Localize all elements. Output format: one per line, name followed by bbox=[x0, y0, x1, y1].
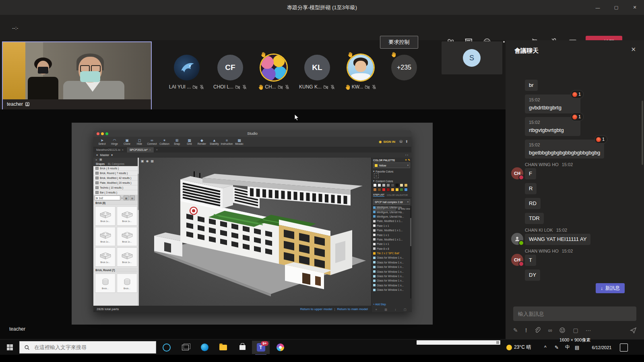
paint-icon[interactable] bbox=[271, 341, 289, 354]
color-swatch[interactable] bbox=[373, 188, 377, 191]
part-thumbnail[interactable]: Brick 1x... bbox=[117, 227, 137, 246]
category-item[interactable]: Brick, Modified ( 42 results ) bbox=[93, 176, 139, 181]
panel-menu-icon[interactable]: ≡ bbox=[95, 158, 97, 161]
sign-in-button[interactable]: ◉SIGN IN bbox=[379, 140, 395, 144]
task-view-button[interactable] bbox=[176, 341, 194, 354]
steps-scrollbar[interactable] bbox=[410, 206, 411, 298]
emoji-icon[interactable] bbox=[559, 327, 566, 333]
color-swatch[interactable] bbox=[400, 188, 403, 191]
color-swatch[interactable] bbox=[395, 183, 399, 187]
tool-clone[interactable]: ▣Clone bbox=[121, 138, 133, 146]
sticker-icon[interactable]: ▢ bbox=[573, 327, 578, 333]
step-part-item[interactable]: Glass for Window 1 x... bbox=[372, 288, 410, 292]
model-select[interactable]: SPCP hall complex 2.ldr ▾ bbox=[373, 199, 410, 205]
tool-snap[interactable]: ⊞Snap bbox=[171, 138, 183, 146]
panel-grid-icon[interactable]: ▦ bbox=[99, 158, 102, 161]
step-part-item[interactable]: Glass for Window 1 x... bbox=[372, 269, 410, 274]
step-part-item[interactable]: Minifigure, Utensil Ha... bbox=[372, 205, 410, 210]
step-part-item[interactable]: Plate 8 x 8 bbox=[372, 247, 410, 251]
tool-hide[interactable]: ◻Hide bbox=[133, 138, 146, 146]
clear-search-icon[interactable]: × bbox=[121, 197, 123, 200]
new-messages-button[interactable]: ↓ 新訊息 bbox=[596, 283, 625, 293]
tab-close-icon[interactable]: × bbox=[122, 148, 124, 151]
color-swatch[interactable] bbox=[386, 188, 390, 191]
step-part-item[interactable]: Plate 1 x 1 bbox=[372, 232, 410, 237]
panel-tab[interactable]: COLOR VALIDATOR bbox=[387, 194, 408, 197]
tool-hinge[interactable]: ◠Hinge bbox=[108, 138, 121, 146]
expand-vertical-icon[interactable]: ↕ bbox=[395, 308, 396, 311]
view-list-button[interactable]: ▤ bbox=[130, 195, 135, 200]
more-icon[interactable]: ⋯ bbox=[586, 327, 591, 333]
color-swatch[interactable] bbox=[382, 188, 386, 191]
part-thumbnail[interactable]: Brick 1x... bbox=[95, 247, 116, 267]
chat-message[interactable]: CHCHAN WING HO15:02F bbox=[511, 162, 636, 179]
window-minimize-button[interactable]: — bbox=[588, 0, 607, 15]
tool-grid[interactable]: ▦Grid bbox=[183, 138, 196, 146]
taskbar-toolbar-strip[interactable] bbox=[417, 340, 500, 345]
step-part-item[interactable]: Minifigure, Utensil Ha... bbox=[372, 210, 410, 214]
language-indicator[interactable]: 中 bbox=[565, 339, 570, 355]
cortana-button[interactable] bbox=[158, 341, 175, 354]
reaction-badge[interactable]: 1 bbox=[571, 113, 584, 121]
part-thumbnail[interactable]: Brick... bbox=[95, 274, 116, 293]
chat-message[interactable]: R bbox=[511, 183, 636, 194]
send-icon[interactable] bbox=[630, 327, 636, 333]
part-thumbnail[interactable]: Brick 1x... bbox=[95, 206, 116, 226]
participant-tile[interactable]: KW... bbox=[339, 55, 382, 90]
tool-render[interactable]: ◆Render bbox=[196, 138, 208, 146]
color-swatch[interactable] bbox=[378, 183, 381, 187]
participant-tile[interactable]: CH... bbox=[252, 55, 295, 90]
step-part-item[interactable]: Glass for Window 1 x... bbox=[372, 255, 410, 260]
chat-message[interactable]: 15:02rtbgvtgbvrtgbtg1 bbox=[511, 117, 636, 136]
status-link[interactable]: Return to main model bbox=[337, 307, 368, 311]
upload-icon[interactable]: ⬆ bbox=[405, 140, 408, 144]
reaction-badge[interactable]: 1 bbox=[594, 135, 607, 144]
priority-icon[interactable]: ! bbox=[525, 327, 527, 333]
category-item[interactable]: Brick ( 8 results ) bbox=[93, 166, 139, 171]
pen-icon[interactable]: ✎ bbox=[555, 339, 559, 355]
chat-scrollbar[interactable] bbox=[642, 101, 643, 165]
color-select[interactable]: Yellow ▾ bbox=[373, 162, 410, 168]
parts-search-input[interactable] bbox=[95, 195, 120, 200]
chat-message[interactable]: 15:02bgetbbgbgbgbgbbgbgbbgbgbg1 bbox=[511, 140, 636, 158]
start-button[interactable] bbox=[0, 339, 19, 355]
step-part-item[interactable]: Plate 1 x 1 bbox=[372, 242, 410, 246]
step-part-item[interactable]: Plate 1 x 1 bbox=[372, 224, 410, 228]
color-swatch[interactable] bbox=[373, 183, 377, 187]
window-close-button[interactable]: ✕ bbox=[625, 0, 644, 15]
category-item[interactable]: Brick, Round ( 7 results ) bbox=[93, 171, 139, 176]
add-step-button[interactable]: + Add Step bbox=[373, 303, 386, 306]
status-link[interactable]: Return to upper model bbox=[300, 307, 332, 311]
chat-message[interactable]: TDR bbox=[511, 213, 636, 224]
color-swatch[interactable] bbox=[404, 188, 408, 191]
tab-close-icon[interactable]: × bbox=[149, 148, 151, 151]
tool-connect[interactable]: ∞Connect bbox=[146, 138, 158, 146]
color-swatch[interactable] bbox=[382, 183, 386, 187]
view-grid-button[interactable]: ▦ bbox=[124, 195, 129, 200]
participant-tile[interactable]: KLKUNG K... bbox=[295, 55, 339, 90]
color-swatch[interactable] bbox=[391, 188, 394, 191]
store-icon[interactable] bbox=[233, 341, 251, 354]
document-tab[interactable]: SPCP2021.io*× bbox=[127, 147, 154, 152]
studio-master-bar[interactable]: ≡ Master ▾ ‹ › bbox=[93, 152, 411, 158]
close-icon[interactable]: ✕ bbox=[631, 46, 636, 53]
edit-palette-icon[interactable]: ▼ ✎ bbox=[405, 158, 410, 162]
teams-taskbar-icon[interactable]: T9+ bbox=[252, 341, 270, 354]
color-swatch[interactable] bbox=[395, 188, 399, 191]
participant-tile[interactable]: LAI YUI ... bbox=[165, 55, 208, 90]
step-part-item[interactable]: Glass for Window 1 x... bbox=[372, 260, 410, 265]
add-favorite-color-button[interactable]: + bbox=[374, 173, 379, 178]
step-part-item[interactable]: Minifigure, Utensil Ha... bbox=[372, 214, 410, 219]
part-thumbnail[interactable]: Brick 1x... bbox=[117, 206, 137, 226]
orbit-icon[interactable]: ◉ bbox=[146, 159, 149, 163]
columns-icon[interactable]: ▥ bbox=[384, 308, 387, 311]
step-part-item[interactable]: Plate, Modified 1 x 1... bbox=[372, 228, 410, 232]
step-part-item[interactable]: Glass for Window 1 x... bbox=[372, 283, 410, 288]
step-part-item[interactable]: Plate, Modified 1 x 1... bbox=[372, 219, 410, 223]
collapse-icon[interactable]: ▾ bbox=[373, 179, 374, 183]
taskbar-date[interactable]: 6/12/2021 bbox=[586, 339, 618, 355]
color-swatch[interactable] bbox=[378, 188, 381, 191]
color-swatch[interactable] bbox=[391, 183, 394, 187]
request-control-button[interactable]: 要求控制 bbox=[380, 36, 418, 49]
window-maximize-button[interactable]: ▢ bbox=[607, 0, 625, 15]
